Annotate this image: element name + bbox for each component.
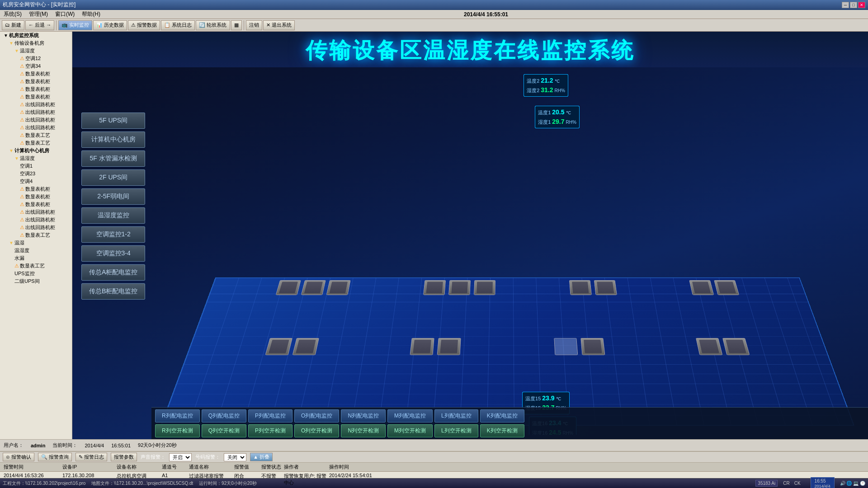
sidebar-item-ac4[interactable]: 空调4 [0,178,72,185]
btn-panel-a[interactable]: 传总A柜配电监控 [81,264,145,281]
sidebar-item-panel6[interactable]: ⚠数显表机柜 [0,193,72,201]
sidebar-item-outlet7[interactable]: ⚠出线回路机柜 [0,224,72,231]
sidebar-item-outlet6[interactable]: ⚠出线回路机柜 [0,216,72,224]
tool-back[interactable]: ← 后退 → [25,20,54,30]
time-label: 当前时间： [52,442,77,449]
sidebar-item-env[interactable]: ▼温湿 [0,239,72,247]
btn-q-elec[interactable]: Q列配电监控 [202,409,246,422]
btn-l-elec[interactable]: L列配电监控 [434,409,478,422]
sidebar-item-meter4[interactable]: ⚠数显表工艺 [0,262,72,270]
uptime: 92天0小时分20秒 [138,442,177,449]
btn-q-breaker[interactable]: Q列空开检测 [202,424,246,437]
menu-window[interactable]: 窗口(W) [53,10,76,19]
datetime-display: 2014/4/4 16:55:01 [462,11,510,18]
sidebar-item-panel3[interactable]: ⚠数显表机柜 [0,85,72,93]
btn-m-breaker[interactable]: M列空开检测 [387,424,433,437]
btn-panel-b[interactable]: 传总B柜配电监控 [81,283,145,300]
btn-o-elec[interactable]: O列配电监控 [294,409,339,422]
btn-r-elec[interactable]: R列配电监控 [155,409,200,422]
sidebar-item-temp2[interactable]: ▼温湿度 [0,155,72,162]
maximize-button[interactable]: □ [850,2,857,8]
tool-realtime[interactable]: 📺 实时监控 [58,20,92,30]
sys-right-info: 35183 Ai CR CK 16:55 2014/4/4 🔊 🌐 💻 🕐 [755,477,865,488]
sidebar-item-outlet2[interactable]: ⚠出线回路机柜 [0,108,72,116]
tray-icons: 🔊 🌐 💻 🕐 [840,481,865,486]
btn-weak-current[interactable]: 2-5F弱电间 [81,188,145,205]
sidebar-item-outlet1[interactable]: ⚠出线回路机柜 [0,101,72,108]
sidebar-item-ac1[interactable]: 空调1 [0,162,72,170]
sidebar-item-meter1[interactable]: ⚠数显表工艺 [0,131,72,139]
tool-exit[interactable]: ✕ 退出系统 [263,20,295,30]
btn-alert-log[interactable]: ✎ 报警日志 [75,453,107,461]
num-alert-select[interactable]: 关闭 开启 [224,453,246,461]
btn-p-breaker[interactable]: P列空开检测 [248,424,292,437]
sidebar-item-ups2[interactable]: 二级UPS间 [0,277,72,285]
sound-alert-select[interactable]: 开启 关闭 [169,453,192,461]
sidebar-item-outlet3[interactable]: ⚠出线回路机柜 [0,116,72,124]
alert-operator: 报警恢复用户: 报警中心 [283,473,328,486]
sidebar-item-panel4[interactable]: ⚠数显表机柜 [0,93,72,101]
sidebar-item-water[interactable]: 水漏 [0,254,72,262]
btn-alert-query[interactable]: 🔍 报警查询 [38,453,72,461]
map-file: 地图文件：\\172.16.30.20...\project\WSDL5CSQ.… [91,481,198,486]
btn-l-breaker[interactable]: L列空开检测 [434,424,478,437]
sidebar-item-panel2[interactable]: ⚠数显表机柜 [0,78,72,85]
minimize-button[interactable]: ─ [842,2,849,8]
btn-5f-ups[interactable]: 5F UPS间 [81,113,145,129]
btn-r-breaker[interactable]: R列空开检测 [155,424,200,437]
sidebar-item-panel5[interactable]: ⚠数显表机柜 [0,185,72,193]
close-button[interactable]: ✕ [858,2,865,8]
sidebar-item-panel1[interactable]: ⚠数显表机柜 [0,70,72,78]
sensor-2: 温度221.2℃ 湿度231.2RH% [524,74,568,97]
sidebar: ▼ 机房监控系统 ▼传输设备机房 ▼温湿度 ⚠空调12 ⚠空调34 ⚠数显表机柜… [0,32,72,439]
tool-log[interactable]: 📋 系统日志 [161,20,195,30]
alert-op-time: 2014/2/24 15:54:01 [328,473,410,486]
menu-system[interactable]: 系统(S) [2,10,24,19]
btn-computer-room[interactable]: 计算机中心机房 [81,131,145,148]
col-value: 报警值 [233,464,260,470]
sidebar-item-transfer-room[interactable]: ▼传输设备机房 [0,39,72,47]
menu-manage[interactable]: 管理(M) [27,10,50,19]
tool-map[interactable]: ▦ [231,20,242,30]
btn-m-elec[interactable]: M列配电监控 [387,409,433,422]
alert-area: ⊙ 报警确认 🔍 报警查询 ✎ 报警日志 报警参数 声音报警： 开启 关闭 号码… [0,451,868,478]
sys-time: CR CK [783,480,805,487]
sidebar-item-ac23[interactable]: 空调23 [0,170,72,178]
sidebar-item-meter3[interactable]: ⚠数显表工艺 [0,231,72,239]
sidebar-item-panel7[interactable]: ⚠数显表机柜 [0,201,72,208]
btn-o-breaker[interactable]: O列空开检测 [294,424,339,437]
sidebar-item-computer-room[interactable]: ▼计算机中心机房 [0,147,72,155]
sidebar-item-temp3[interactable]: 温湿度 [0,247,72,254]
sidebar-item-temp1[interactable]: ▼温湿度 [0,47,72,55]
btn-fold[interactable]: ▲ 折叠 [250,453,273,461]
tool-alert[interactable]: ⚠ 报警数据 [128,20,160,30]
btn-n-breaker[interactable]: N列空开检测 [341,424,386,437]
btn-k-breaker[interactable]: K列空开检测 [480,424,524,437]
btn-ac34[interactable]: 空调监控3-4 [81,245,145,262]
tool-history[interactable]: 📊 历史数据 [93,20,127,30]
sidebar-item-outlet4[interactable]: ⚠出线回路机柜 [0,124,72,131]
btn-k-elec[interactable]: K列配电监控 [480,409,524,422]
tool-shift[interactable]: 🔄 轮班系统 [196,20,230,30]
btn-alert-params[interactable]: 报警参数 [111,453,137,461]
sidebar-item-ac34[interactable]: ⚠空调34 [0,62,72,70]
btn-5f-water[interactable]: 5F 水管漏水检测 [81,150,145,167]
sidebar-item-outlet5[interactable]: ⚠出线回路机柜 [0,208,72,216]
btn-2f-ups[interactable]: 2F UPS间 [81,169,145,186]
sidebar-item-meter2[interactable]: ⚠数显表工艺 [0,139,72,147]
btn-temp-humidity[interactable]: 温湿度监控 [81,207,145,224]
btn-p-elec[interactable]: P列配电监控 [248,409,292,422]
page-title: 传输设备区温湿度在线监控系统 [72,32,868,67]
main-area: ▼ 机房监控系统 ▼传输设备机房 ▼温湿度 ⚠空调12 ⚠空调34 ⚠数显表机柜… [0,32,868,439]
sensor-1: 温度120.5℃ 湿度129.7RH% [535,106,580,128]
tool-logout[interactable]: 注销 [246,20,262,30]
tool-new[interactable]: 🗂 新建 [2,20,24,30]
menu-help[interactable]: 帮助(H) [80,10,102,19]
sidebar-item-root[interactable]: ▼ 机房监控系统 [0,32,72,39]
btn-ac12[interactable]: 空调监控1-2 [81,226,145,243]
btn-alert-confirm[interactable]: ⊙ 报警确认 [3,453,34,461]
sidebar-item-ac12[interactable]: ⚠空调12 [0,55,72,62]
btn-n-elec[interactable]: N列配电监控 [341,409,386,422]
sidebar-item-ups[interactable]: UPS监控 [0,270,72,277]
title-bar: 机房安全网管中心 - [实时监控] ─ □ ✕ [0,0,868,10]
